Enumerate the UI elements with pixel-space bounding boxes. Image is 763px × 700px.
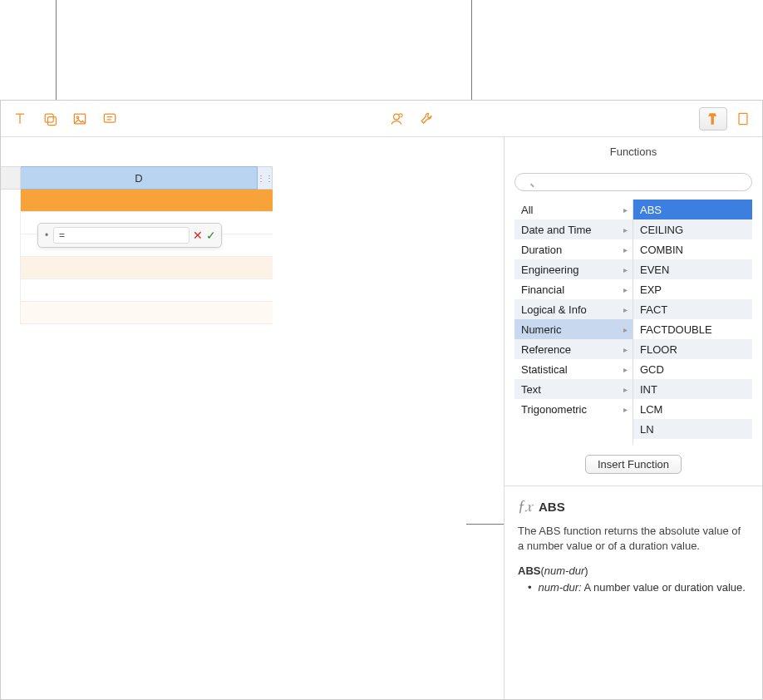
- function-item[interactable]: LOG: [633, 439, 752, 445]
- function-item[interactable]: FACT: [633, 299, 752, 319]
- function-help-pane: ƒ𝑥 ABS The ABS function returns the abso…: [505, 486, 762, 607]
- category-list: AllDate and TimeDurationEngineeringFinan…: [514, 200, 633, 445]
- table-cell[interactable]: [21, 279, 273, 302]
- function-item[interactable]: GCD: [633, 359, 752, 379]
- table-cell[interactable]: [21, 302, 273, 324]
- format-inspector-button[interactable]: [699, 107, 727, 131]
- category-item[interactable]: Date and Time: [514, 219, 633, 239]
- spreadsheet-area: D ⋮⋮: [1, 137, 273, 699]
- help-description: The ABS function returns the absolute va…: [518, 524, 749, 553]
- inspector-title: Functions: [505, 137, 762, 173]
- function-item[interactable]: EXP: [633, 279, 752, 299]
- formula-input[interactable]: [53, 227, 190, 244]
- function-item[interactable]: EVEN: [633, 259, 752, 279]
- function-item[interactable]: COMBIN: [633, 239, 752, 259]
- category-item[interactable]: All: [514, 200, 633, 219]
- svg-point-3: [76, 116, 79, 119]
- help-signature: ABS(num-dur): [518, 564, 749, 577]
- formula-confirm-button[interactable]: ✓: [206, 229, 216, 242]
- toolbar: [1, 101, 762, 137]
- function-search-input[interactable]: [514, 173, 752, 191]
- function-list: ABSCEILINGCOMBINEVENEXPFACTFACTDOUBLEFLO…: [633, 200, 752, 445]
- function-item[interactable]: CEILING: [633, 219, 752, 239]
- formula-cancel-button[interactable]: ✕: [193, 229, 203, 242]
- category-item[interactable]: Financial: [514, 279, 633, 299]
- table-cell[interactable]: [21, 257, 273, 279]
- formula-editor: • ✕ ✓: [37, 223, 222, 248]
- functions-inspector: Functions AllDate and TimeDurationEngine…: [504, 137, 762, 699]
- function-item[interactable]: LN: [633, 419, 752, 439]
- function-item[interactable]: LCM: [633, 399, 752, 419]
- collaborate-button[interactable]: [382, 107, 411, 131]
- help-function-name: ABS: [539, 500, 565, 514]
- category-item[interactable]: Trigonometric: [514, 399, 633, 419]
- category-item[interactable]: Text: [514, 379, 633, 399]
- function-item[interactable]: FACTDOUBLE: [633, 319, 752, 339]
- fx-icon: ƒ𝑥: [518, 498, 532, 515]
- tools-button[interactable]: [412, 107, 441, 131]
- column-drag-handle[interactable]: ⋮⋮: [258, 166, 273, 190]
- category-item[interactable]: Logical & Info: [514, 299, 633, 319]
- formula-handle-icon[interactable]: •: [43, 229, 50, 241]
- table-header-cell[interactable]: [21, 190, 273, 212]
- document-inspector-button[interactable]: [729, 107, 757, 131]
- help-argument: • num-dur: A number value or duration va…: [518, 580, 749, 595]
- function-item[interactable]: FLOOR: [633, 339, 752, 359]
- shape-tool-button[interactable]: [36, 107, 64, 131]
- svg-point-5: [394, 114, 400, 120]
- category-item[interactable]: Engineering: [514, 259, 633, 279]
- comment-tool-button[interactable]: [96, 107, 124, 131]
- svg-rect-1: [48, 116, 57, 125]
- svg-rect-7: [739, 113, 747, 124]
- function-item[interactable]: ABS: [633, 200, 752, 219]
- category-item[interactable]: Duration: [514, 239, 633, 259]
- category-item[interactable]: Numeric: [514, 319, 633, 339]
- function-browser: AllDate and TimeDurationEngineeringFinan…: [514, 200, 752, 445]
- text-tool-button[interactable]: [6, 107, 34, 131]
- svg-rect-4: [104, 114, 115, 122]
- media-tool-button[interactable]: [66, 107, 94, 131]
- category-item[interactable]: Reference: [514, 339, 633, 359]
- column-header-D[interactable]: D: [21, 166, 258, 190]
- svg-rect-0: [45, 114, 53, 122]
- function-item[interactable]: INT: [633, 379, 752, 399]
- insert-function-button[interactable]: Insert Function: [585, 455, 682, 474]
- category-item[interactable]: Statistical: [514, 359, 633, 379]
